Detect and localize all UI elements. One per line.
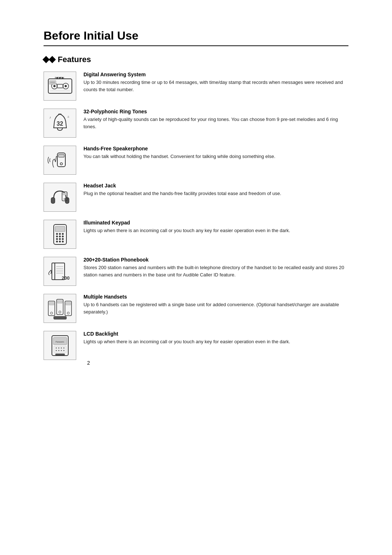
- feature-text-headset-jack: Headset Jack Plug in the optional headse…: [83, 183, 348, 197]
- svg-rect-5: [57, 84, 63, 88]
- svg-point-9: [59, 77, 61, 78]
- svg-point-69: [63, 350, 64, 351]
- feature-title-multiple-handsets: Multiple Handsets: [83, 294, 348, 300]
- svg-point-36: [59, 238, 61, 240]
- feature-icon-hands-free-speakerphone: [44, 146, 76, 175]
- feature-title-hands-free-speakerphone: Hands-Free Speakerphone: [83, 146, 348, 151]
- svg-point-67: [58, 350, 59, 351]
- feature-item-multiple-handsets: Multiple Handsets Up to 6 handsets can b…: [44, 294, 348, 323]
- page-number: 2: [87, 360, 392, 366]
- svg-rect-57: [54, 316, 66, 319]
- svg-text:200: 200: [62, 275, 70, 281]
- feature-desc-hands-free-speakerphone: You can talk without holding the handset…: [83, 153, 348, 160]
- svg-point-40: [62, 241, 64, 243]
- svg-point-35: [56, 238, 58, 240]
- svg-point-62: [56, 348, 57, 349]
- page-title: Before Initial Use: [44, 29, 348, 46]
- feature-icon-headset-jack: [44, 183, 76, 212]
- svg-rect-55: [66, 302, 71, 305]
- feature-text-multiple-handsets: Multiple Handsets Up to 6 handsets can b…: [83, 294, 348, 315]
- feature-item-station-phonebook: 200 200+20-Station Phonebook Stores 200 …: [44, 257, 348, 286]
- svg-point-63: [58, 348, 59, 349]
- svg-text:♪: ♪: [49, 116, 51, 119]
- feature-title-lcd-backlight: LCD Backlight: [83, 331, 348, 337]
- svg-text:Panasonic: Panasonic: [56, 341, 64, 343]
- feature-icon-lcd-backlight: Panasonic: [44, 331, 76, 360]
- feature-desc-digital-answering-system: Up to 30 minutes recording time or up to…: [83, 79, 348, 93]
- feature-icon-polyphonic-ring-tones: ♪ ♫ 32: [44, 109, 76, 138]
- svg-point-39: [59, 241, 61, 243]
- svg-point-30: [59, 233, 61, 235]
- feature-icon-illuminated-keypad: [44, 220, 76, 249]
- feature-icon-multiple-handsets: [44, 294, 76, 323]
- feature-item-headset-jack: Headset Jack Plug in the optional headse…: [44, 183, 348, 212]
- svg-point-33: [59, 236, 61, 238]
- svg-point-31: [62, 233, 64, 235]
- feature-desc-station-phonebook: Stores 200 station names and numbers wit…: [83, 264, 348, 278]
- svg-point-2: [53, 85, 56, 87]
- feature-icon-station-phonebook: 200: [44, 257, 76, 286]
- feature-title-station-phonebook: 200+20-Station Phonebook: [83, 257, 348, 263]
- svg-point-34: [62, 236, 64, 238]
- svg-point-38: [56, 241, 58, 243]
- feature-title-polyphonic-ring-tones: 32-Polyphonic Ring Tones: [83, 109, 348, 114]
- feature-list: DIGITAL Digital Answering System Up to 3…: [44, 72, 348, 360]
- svg-point-37: [62, 238, 64, 240]
- feature-desc-polyphonic-ring-tones: A variety of high-quality sounds can be …: [83, 116, 348, 130]
- svg-point-56: [67, 312, 69, 314]
- illuminated-keypad-icon: [46, 222, 74, 247]
- svg-point-8: [57, 77, 58, 78]
- feature-desc-illuminated-keypad: Lights up when there is an incoming call…: [83, 227, 348, 234]
- svg-point-10: [62, 77, 63, 78]
- svg-point-66: [56, 350, 57, 351]
- feature-item-lcd-backlight: Panasonic LCD Backlight Lights up when t…: [44, 331, 348, 360]
- feature-text-lcd-backlight: LCD Backlight Lights up when there is an…: [83, 331, 348, 345]
- svg-rect-22: [51, 198, 55, 203]
- svg-point-64: [61, 348, 62, 349]
- feature-text-hands-free-speakerphone: Hands-Free Speakerphone You can talk wit…: [83, 146, 348, 160]
- diamond-icon-2: [49, 56, 56, 63]
- feature-item-illuminated-keypad: Illuminated Keypad Lights up when there …: [44, 220, 348, 249]
- feature-title-headset-jack: Headset Jack: [83, 183, 348, 189]
- section-heading: Features: [44, 55, 348, 64]
- multiple-handsets-icon: [46, 296, 74, 321]
- svg-rect-61: [54, 346, 66, 353]
- feature-icon-digital-answering-system: DIGITAL: [44, 72, 76, 101]
- feature-desc-lcd-backlight: Lights up when there is an incoming call…: [83, 338, 348, 345]
- svg-text:32: 32: [57, 121, 63, 127]
- svg-rect-28: [55, 226, 65, 232]
- svg-rect-70: [56, 354, 65, 355]
- feature-text-station-phonebook: 200+20-Station Phonebook Stores 200 stat…: [83, 257, 348, 278]
- svg-point-4: [65, 85, 67, 87]
- feature-title-illuminated-keypad: Illuminated Keypad: [83, 220, 348, 226]
- svg-point-50: [50, 312, 53, 314]
- feature-title-digital-answering-system: Digital Answering System: [83, 72, 348, 77]
- svg-rect-49: [49, 302, 54, 305]
- feature-item-digital-answering-system: DIGITAL Digital Answering System Up to 3…: [44, 72, 348, 101]
- svg-point-68: [61, 350, 62, 351]
- feature-item-polyphonic-ring-tones: ♪ ♫ 32 32-Polyphonic Ring Tones A variet…: [44, 109, 348, 138]
- svg-rect-52: [57, 300, 62, 303]
- feature-text-polyphonic-ring-tones: 32-Polyphonic Ring Tones A variety of hi…: [83, 109, 348, 130]
- feature-desc-multiple-handsets: Up to 6 handsets can be registered with …: [83, 301, 348, 315]
- polyphonic-ring-tones-icon: ♪ ♫ 32: [46, 110, 74, 136]
- headset-jack-icon: [46, 185, 74, 210]
- svg-rect-25: [63, 193, 66, 195]
- svg-point-65: [63, 348, 64, 349]
- svg-point-21: [60, 163, 62, 165]
- svg-point-53: [59, 311, 61, 313]
- section-title: Features: [58, 55, 91, 64]
- svg-rect-20: [58, 154, 64, 157]
- digital-answering-system-icon: DIGITAL: [46, 73, 74, 99]
- station-phonebook-icon: 200: [46, 259, 74, 284]
- feature-text-illuminated-keypad: Illuminated Keypad Lights up when there …: [83, 220, 348, 234]
- section-diamonds: [44, 57, 55, 62]
- svg-point-29: [56, 233, 58, 235]
- lcd-backlight-icon: Panasonic: [46, 333, 74, 358]
- feature-text-digital-answering-system: Digital Answering System Up to 30 minute…: [83, 72, 348, 93]
- feature-item-hands-free-speakerphone: Hands-Free Speakerphone You can talk wit…: [44, 146, 348, 175]
- hands-free-speakerphone-icon: [46, 147, 74, 173]
- svg-text:♫: ♫: [67, 115, 69, 118]
- svg-point-32: [56, 236, 58, 238]
- feature-desc-headset-jack: Plug in the optional headset and the han…: [83, 190, 348, 197]
